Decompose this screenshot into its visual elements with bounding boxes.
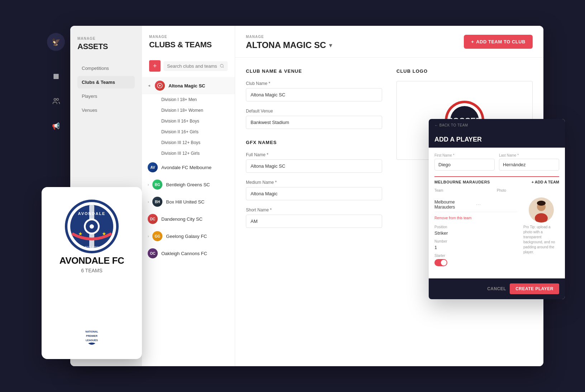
name-fields-row: First Name * Last Name * bbox=[434, 153, 559, 171]
svg-point-16 bbox=[90, 224, 94, 229]
main-title: ALTONA MAGIC SC ▾ bbox=[246, 40, 332, 50]
modal-title: ADD A PLAYER bbox=[429, 132, 565, 148]
club-logo-title: CLUB LOGO bbox=[396, 68, 533, 74]
dropdown-arrow-icon[interactable]: ▾ bbox=[329, 42, 332, 49]
nav-clubs-teams[interactable]: Clubs & Teams bbox=[77, 76, 135, 89]
remove-from-team: Remove from this team bbox=[434, 214, 518, 221]
medium-name-input[interactable] bbox=[246, 187, 382, 200]
number-value: 1 bbox=[434, 245, 518, 250]
club-item-bentleigh[interactable]: › BG Bentleigh Greens SC bbox=[142, 176, 235, 193]
team-item-div2-girls[interactable]: Division II 16+ Girls bbox=[142, 126, 235, 137]
number-group: Number 1 bbox=[434, 239, 518, 250]
player-team-name: Melbourne Marauders bbox=[434, 200, 473, 210]
back-to-team-link[interactable]: ← BACK TO TEAM bbox=[434, 123, 468, 127]
club-logo-oakleigh: OC bbox=[148, 248, 158, 258]
player-photo[interactable] bbox=[529, 197, 554, 223]
remove-link[interactable]: Remove from this team bbox=[434, 216, 471, 220]
team-item-div3-boys[interactable]: Division III 12+ Boys bbox=[142, 137, 235, 148]
cancel-button[interactable]: CANCEL bbox=[487, 283, 506, 294]
venue-group: Default Venue bbox=[246, 109, 382, 129]
last-name-label: Last Name * bbox=[499, 153, 559, 157]
avondale-logo: ★ ★ AVONDALE FC EST. 1984 bbox=[63, 198, 120, 255]
player-photo-image bbox=[529, 197, 554, 223]
assets-title: ASSETS bbox=[77, 42, 135, 51]
team-item-div1-women[interactable]: Division I 18+ Women bbox=[142, 105, 235, 116]
club-name-venue-title: CLUB NAME & VENUE bbox=[246, 68, 382, 74]
team-item-div1-men[interactable]: Division I 18+ Men bbox=[142, 94, 235, 105]
photo-tip: Pro Tip: upload a photo with a transpare… bbox=[523, 225, 559, 255]
dots-icon: ··· bbox=[476, 201, 515, 208]
add-club-button[interactable]: + bbox=[149, 60, 161, 72]
player-entry-row: Melbourne Marauders ··· Remove from this… bbox=[434, 195, 559, 273]
search-input-wrap[interactable] bbox=[163, 61, 228, 71]
first-name-label: First Name * bbox=[434, 153, 495, 157]
col-photo-header: Photo bbox=[497, 188, 556, 192]
team-section-name: MELBOURNE MARAUDERS bbox=[434, 180, 490, 184]
player-table-header: Team Photo bbox=[434, 188, 559, 195]
club-name-oakleigh: Oakleigh Cannons FC bbox=[161, 251, 207, 256]
gfx-names-section: GFX NAMES Full Name * Medium Name * Shor… bbox=[246, 140, 382, 228]
add-team-button[interactable]: + ADD TEAM TO CLUB bbox=[464, 35, 533, 49]
club-item-altona[interactable]: ▼ Altona Magic SC bbox=[142, 77, 235, 94]
sidebar-item-people[interactable] bbox=[49, 94, 63, 108]
svg-point-0 bbox=[54, 99, 56, 101]
main-title-text: ALTONA MAGIC SC bbox=[246, 40, 326, 50]
modal-body: First Name * Last Name * MELBOURNE MARAU… bbox=[429, 148, 565, 278]
nav-players[interactable]: Players bbox=[77, 90, 135, 102]
nav-competitions[interactable]: Competitions bbox=[77, 62, 135, 75]
club-name-venue-section: CLUB NAME & VENUE Club Name * Default Ve… bbox=[246, 68, 382, 235]
chevron-down-icon: ▼ bbox=[147, 84, 151, 87]
add-team-btn-label: ADD TEAM TO CLUB bbox=[476, 39, 525, 44]
svg-line-3 bbox=[223, 67, 223, 67]
first-name-input[interactable] bbox=[434, 159, 495, 171]
venue-input[interactable] bbox=[246, 116, 382, 129]
position-label: Position bbox=[434, 225, 518, 229]
club-item-avondale[interactable]: AV Avondale FC Melbourne bbox=[142, 159, 235, 176]
club-item-dandenong[interactable]: DC Dandenong City SC bbox=[142, 210, 235, 228]
club-item-geelong[interactable]: › GG Geelong Galaxy FC bbox=[142, 228, 235, 245]
modal-header: ← BACK TO TEAM bbox=[429, 119, 565, 132]
create-player-button[interactable]: CREATE PLAYER bbox=[510, 283, 559, 294]
club-item-oakleigh[interactable]: OC Oakleigh Cannons FC bbox=[142, 245, 235, 262]
search-input[interactable] bbox=[167, 63, 218, 69]
short-name-input[interactable] bbox=[246, 215, 382, 228]
search-icon bbox=[220, 63, 224, 68]
gfx-names-title: GFX NAMES bbox=[246, 140, 382, 145]
starter-group: Starter bbox=[434, 254, 518, 266]
npl-logo: NATIONAL PREMIER LEAGUES bbox=[77, 325, 106, 347]
short-name-label: Short Name * bbox=[246, 207, 382, 212]
modal-footer: CANCEL CREATE PLAYER bbox=[429, 278, 565, 299]
app-logo: 🦅 bbox=[47, 33, 65, 51]
sidebar-item-table[interactable]: ▦ bbox=[49, 69, 63, 83]
search-bar: + bbox=[149, 60, 228, 72]
clubs-manage-label: MANAGE bbox=[149, 35, 228, 39]
photo-column: Pro Tip: upload a photo with a transpare… bbox=[523, 197, 559, 255]
svg-text:EST. 1984: EST. 1984 bbox=[85, 245, 99, 249]
club-name-group: Club Name * bbox=[246, 81, 382, 101]
plus-icon: + bbox=[471, 39, 474, 44]
avondale-club-name: AVONDALE FC bbox=[60, 255, 124, 266]
add-team-link[interactable]: + ADD A TEAM bbox=[532, 180, 559, 184]
nav-venues[interactable]: Venues bbox=[77, 104, 135, 116]
npl-logo-wrap: NATIONAL PREMIER LEAGUES bbox=[77, 325, 106, 348]
full-name-input[interactable] bbox=[246, 159, 382, 173]
starter-toggle[interactable] bbox=[434, 259, 447, 266]
team-item-div3-girls[interactable]: Division III 12+ Girls bbox=[142, 148, 235, 159]
sidebar-item-megaphone[interactable]: 📢 bbox=[49, 119, 63, 133]
club-item-boxhill[interactable]: › BH Box Hill United SC bbox=[142, 193, 235, 210]
club-name-input[interactable] bbox=[246, 88, 382, 101]
club-logo-boxhill: BH bbox=[152, 197, 162, 207]
club-name-avondale: Avondale FC Melbourne bbox=[161, 165, 211, 170]
svg-text:LEAGUES: LEAGUES bbox=[86, 339, 98, 341]
svg-text:PREMIER: PREMIER bbox=[86, 335, 98, 337]
chevron-right-geelong: › bbox=[148, 234, 149, 238]
club-name-altona: Altona Magic SC bbox=[168, 83, 205, 89]
position-value: Striker bbox=[434, 230, 518, 236]
starter-toggle-wrap bbox=[434, 259, 518, 266]
club-logo-dandenong: DC bbox=[148, 214, 158, 224]
team-item-div2-boys[interactable]: Division II 16+ Boys bbox=[142, 116, 235, 126]
full-name-group: Full Name * bbox=[246, 152, 382, 173]
clubs-panel-title: CLUBS & TEAMS bbox=[149, 40, 228, 49]
last-name-input[interactable] bbox=[499, 159, 559, 171]
svg-text:AVONDALE: AVONDALE bbox=[78, 211, 106, 216]
